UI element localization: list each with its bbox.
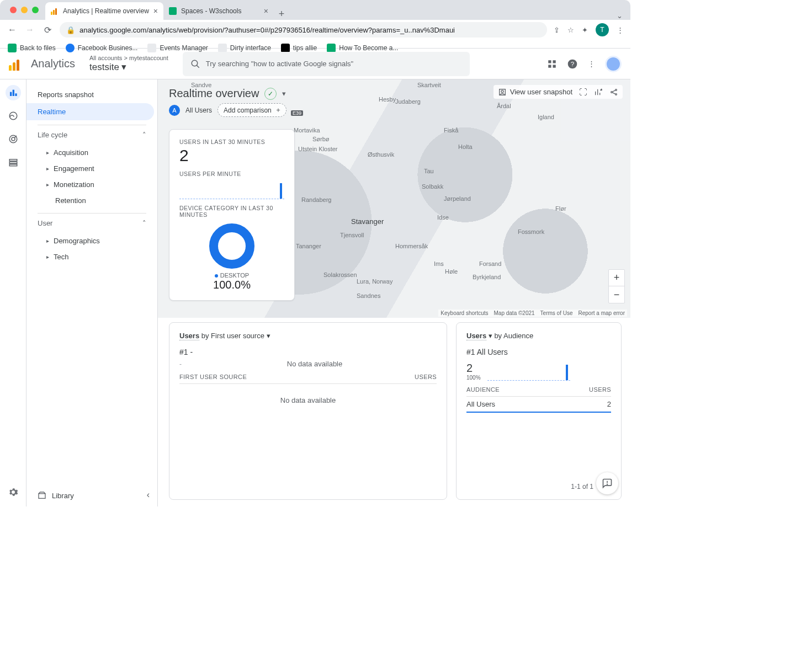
explore-icon[interactable] (6, 108, 21, 124)
help-icon[interactable]: ? (567, 58, 578, 70)
search-placeholder: Try searching "how to activate Google si… (206, 60, 353, 68)
extensions-icon[interactable]: ✦ (582, 26, 588, 34)
sidebar-item-tech[interactable]: ▸Tech (26, 249, 157, 265)
analytics-logo (9, 57, 22, 71)
map-terms[interactable]: Terms of Use (540, 310, 573, 316)
bookmark-item[interactable]: Dirty interface (218, 44, 271, 52)
map-place-label: Hommersåk (395, 243, 428, 249)
audience-pct: 100% (466, 375, 481, 381)
map-report[interactable]: Report a map error (579, 310, 625, 316)
map-place-label: Lura, Norway (357, 278, 392, 285)
map-place-label: Holta (458, 143, 473, 150)
panel-first-user-source: Users by First user source ▾ #1 - - No d… (169, 322, 447, 500)
svg-rect-15 (9, 164, 17, 166)
sidebar-item-demographics[interactable]: ▸Demographics (26, 233, 157, 249)
macos-max[interactable] (32, 7, 39, 13)
tab-close-icon[interactable]: × (153, 7, 158, 15)
user-avatar[interactable] (605, 56, 622, 72)
svg-rect-16 (39, 494, 45, 499)
bookmark-item[interactable]: How To Become a... (327, 44, 398, 52)
map-place-label: Sørbø (312, 136, 330, 142)
bookmark-item[interactable]: Back to files (8, 44, 56, 52)
macos-close[interactable] (10, 7, 17, 13)
configure-icon[interactable] (6, 154, 21, 170)
fullscreen-icon[interactable]: ⛶ (579, 87, 587, 97)
rank-value: - (179, 360, 182, 368)
map-zoom-in[interactable]: + (609, 270, 624, 286)
map-place-label: Solakrossen (323, 271, 357, 278)
bookmark-item[interactable]: tips allie (281, 44, 317, 52)
svg-rect-9 (15, 93, 17, 96)
browser-tab-inactive[interactable]: Spaces - W3schools × (163, 2, 274, 20)
sidebar-item-acquisition[interactable]: ▸Acquisition (26, 145, 157, 161)
kebab-icon[interactable]: ⋮ (588, 60, 595, 68)
caret-down-icon: ▾ (267, 332, 270, 340)
sidebar-reports-snapshot[interactable]: Reports snapshot (26, 86, 157, 103)
address-bar[interactable]: 🔒 analytics.google.com/analytics/web/pro… (60, 22, 547, 38)
map-zoom-out[interactable]: − (609, 286, 624, 303)
new-tab-button[interactable]: + (274, 8, 289, 20)
reports-icon[interactable] (6, 85, 21, 100)
map-place-label: Tau (424, 168, 434, 174)
audience-value: 2 (466, 362, 481, 375)
sidebar-realtime[interactable]: Realtime (26, 103, 154, 120)
map-place-label: Høle (445, 268, 458, 275)
users-30m-label: USERS IN LAST 30 MINUTES (179, 138, 284, 145)
profile-avatar[interactable]: T (596, 23, 609, 36)
audience-row[interactable]: All Users2 (466, 397, 611, 413)
star-icon[interactable]: ☆ (567, 26, 574, 34)
advertising-icon[interactable] (6, 131, 21, 147)
chevron-down-icon[interactable]: ⌄ (609, 12, 630, 20)
col-header: AUDIENCE (466, 386, 500, 393)
map-place-label: Forsand (479, 260, 501, 267)
sidebar-group-user[interactable]: User˄ (26, 214, 157, 233)
svg-text:?: ? (571, 60, 575, 67)
segment-label[interactable]: All Users (185, 106, 212, 114)
bookmark-item[interactable]: Events Manager (147, 44, 208, 52)
no-data-text: No data available (179, 396, 437, 404)
collapse-sidebar-icon[interactable]: ‹ (147, 490, 150, 500)
panel-title[interactable]: Users ▾ by Audience (466, 332, 611, 340)
status-ok-icon[interactable]: ✓ (264, 88, 277, 100)
sidebar-group-lifecycle[interactable]: Life cycle˄ (26, 125, 157, 145)
admin-gear-icon[interactable] (6, 484, 21, 500)
property-name: testsite (89, 62, 119, 73)
search-input[interactable]: Try searching "how to activate Google si… (183, 52, 470, 76)
sidebar-item-monetization[interactable]: ▸Monetization (26, 177, 157, 193)
svg-rect-1 (548, 60, 551, 63)
tab-close-icon[interactable]: × (264, 7, 268, 15)
account-selector[interactable]: All accounts > mytestaccount testsite▾ (89, 55, 168, 73)
insights-icon[interactable] (594, 88, 603, 97)
device-pct: 100.0% (179, 279, 284, 291)
sidebar-item-engagement[interactable]: ▸Engagement (26, 161, 157, 177)
apps-grid-icon[interactable] (547, 59, 557, 69)
panel-title[interactable]: Users by First user source ▾ (179, 332, 437, 340)
svg-rect-7 (10, 92, 12, 96)
browser-tab-active[interactable]: Analytics | Realtime overview × (45, 2, 163, 20)
svg-point-12 (12, 137, 15, 141)
add-comparison-button[interactable]: Add comparison＋ (217, 103, 286, 117)
svg-rect-3 (548, 65, 551, 67)
pager-text: 1-1 of 1 (571, 483, 593, 490)
caret-down-icon[interactable]: ▾ (282, 89, 286, 98)
view-user-snapshot-button[interactable]: View user snapshot (498, 88, 572, 97)
map-place-label: Solbakk (422, 183, 443, 190)
feedback-button[interactable] (596, 472, 618, 494)
sidebar-item-retention[interactable]: Retention (26, 193, 157, 209)
panel-audience: Users ▾ by Audience #1 All Users 2 100% … (456, 322, 622, 500)
share-icon[interactable] (609, 88, 618, 97)
bookmark-item[interactable]: Facebook Busines... (66, 44, 138, 52)
back-icon[interactable]: ← (7, 25, 18, 35)
map-place-label: Mortavika (294, 127, 320, 134)
device-donut-chart (209, 223, 254, 269)
map-kb-shortcuts[interactable]: Keyboard shortcuts (441, 310, 488, 316)
svg-rect-13 (9, 159, 17, 161)
reload-icon[interactable]: ⟳ (42, 25, 53, 35)
col-header: USERS (589, 386, 611, 393)
sidebar-library[interactable]: Library (38, 491, 74, 500)
share-icon[interactable]: ⇪ (554, 26, 560, 34)
macos-min[interactable] (21, 7, 28, 13)
users-per-min-label: USERS PER MINUTE (179, 170, 284, 177)
kebab-icon[interactable]: ⋮ (617, 26, 624, 34)
users-30m-value: 2 (179, 146, 284, 165)
